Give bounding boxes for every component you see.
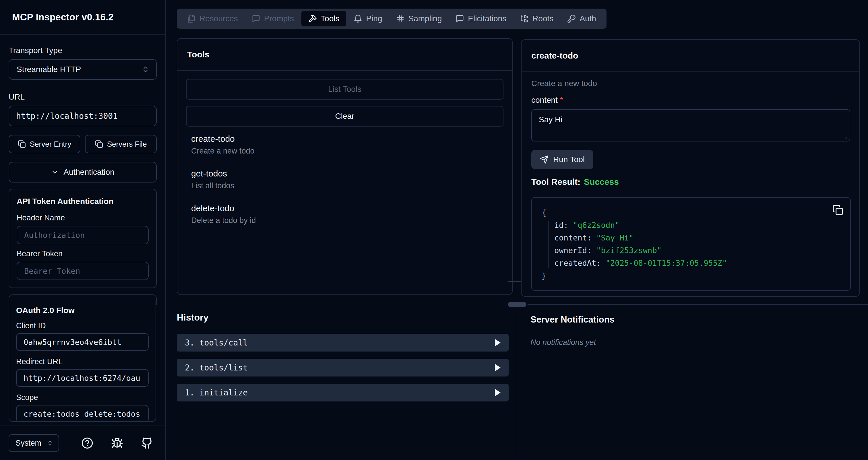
- tools-panel-title: Tools: [187, 50, 210, 59]
- bug-icon: [111, 437, 123, 449]
- sidebar: MCP Inspector v0.16.2 Transport Type Str…: [0, 0, 166, 460]
- tools-panel-header: Tools: [177, 39, 512, 71]
- api-token-auth-card: API Token Authentication Header Name Bea…: [9, 189, 157, 288]
- expand-arrow-icon: [495, 339, 501, 347]
- json-entry: ownerId: "bzif253zswnb": [554, 244, 842, 257]
- copy-icon: [832, 205, 843, 216]
- transport-type-select[interactable]: Streamable HTTP: [9, 59, 157, 80]
- send-icon: [540, 155, 549, 164]
- message-square-icon: [456, 14, 464, 23]
- header-name-input[interactable]: [17, 226, 149, 244]
- tool-detail-panel: create-todo Create a new todo content* S…: [521, 39, 860, 297]
- server-entry-button[interactable]: Server Entry: [9, 135, 81, 153]
- bearer-token-label: Bearer Token: [17, 250, 149, 258]
- message-square-icon: [252, 14, 260, 23]
- hammer-icon: [308, 14, 317, 23]
- transport-type-value: Streamable HTTP: [17, 65, 81, 74]
- transport-type-label: Transport Type: [9, 46, 157, 55]
- scope-input[interactable]: [16, 405, 149, 422]
- sidebar-connection-settings: Transport Type Streamable HTTP URL Serve…: [0, 35, 165, 305]
- chevron-down-icon: [51, 168, 59, 176]
- horizontal-divider: [528, 304, 868, 305]
- bell-icon: [353, 14, 362, 23]
- json-entry: createdAt: "2025-08-01T15:37:05.955Z": [554, 257, 842, 269]
- expand-arrow-icon: [495, 364, 501, 371]
- bearer-token-input[interactable]: [17, 262, 149, 280]
- client-id-label: Client ID: [16, 321, 149, 330]
- theme-select[interactable]: System: [9, 434, 59, 452]
- mcp-inspector-app: MCP Inspector v0.16.2 Transport Type Str…: [0, 0, 868, 460]
- scope-label: Scope: [16, 393, 149, 402]
- no-notifications-message: No notifications yet: [530, 338, 615, 347]
- header-name-label: Header Name: [17, 213, 149, 222]
- tab-roots[interactable]: Roots: [513, 9, 560, 29]
- files-icon: [187, 14, 196, 23]
- key-icon: [567, 14, 576, 23]
- github-button[interactable]: [141, 437, 153, 449]
- expand-arrow-icon: [495, 389, 501, 396]
- tool-result-json: { id: "q6z2sodn" content: "Say Hi" owner…: [531, 197, 851, 291]
- tool-result-label: Tool Result:: [531, 177, 580, 187]
- folder-tree-icon: [520, 14, 529, 23]
- redirect-url-input[interactable]: [16, 369, 149, 387]
- json-entry: id: "q6z2sodn": [554, 219, 842, 232]
- tool-list-item-delete-todo[interactable]: delete-todo Delete a todo by id: [191, 203, 498, 225]
- history-panel: History 3. tools/call 2. tools/list 1. i…: [177, 312, 508, 408]
- copy-json-button[interactable]: [832, 205, 843, 217]
- tab-ping[interactable]: Ping: [347, 9, 389, 29]
- json-entry: content: "Say Hi": [554, 232, 842, 244]
- tab-auth[interactable]: Auth: [560, 9, 603, 29]
- app-title: MCP Inspector v0.16.2: [12, 12, 114, 23]
- json-entries: id: "q6z2sodn" content: "Say Hi" ownerId…: [541, 219, 842, 269]
- copy-icon: [95, 140, 103, 148]
- tool-list: create-todo Create a new todo get-todos …: [186, 134, 503, 225]
- panel-resize-divider[interactable]: [516, 39, 516, 298]
- tab-elicitations[interactable]: Elicitations: [448, 9, 513, 29]
- oauth-flow-title: OAuth 2.0 Flow: [16, 306, 149, 315]
- tab-bar: Resources Prompts Tools Ping Sampling El…: [177, 9, 607, 29]
- github-icon: [141, 437, 153, 449]
- history-title: History: [177, 312, 508, 323]
- tool-result-row: Tool Result:Success: [531, 177, 850, 187]
- client-id-input[interactable]: [16, 333, 149, 351]
- json-open-brace: {: [541, 206, 842, 219]
- tool-detail-header: create-todo: [522, 40, 859, 72]
- tab-sampling[interactable]: Sampling: [389, 9, 449, 29]
- redirect-url-label: Redirect URL: [16, 357, 149, 366]
- history-item-tools-list[interactable]: 2. tools/list: [177, 359, 508, 376]
- authentication-toggle[interactable]: Authentication: [9, 162, 157, 183]
- tab-resources[interactable]: Resources: [180, 9, 245, 29]
- server-notifications-panel: Server Notifications No notifications ye…: [530, 315, 615, 347]
- copy-icon: [18, 140, 26, 148]
- json-close-brace: }: [541, 269, 842, 282]
- servers-file-button[interactable]: Servers File: [85, 135, 157, 153]
- content-field-label: content*: [531, 96, 850, 105]
- bottom-vertical-divider: [518, 305, 518, 460]
- url-input[interactable]: [9, 106, 157, 126]
- help-button[interactable]: [81, 437, 94, 449]
- required-marker: *: [560, 96, 563, 104]
- sidebar-header: MCP Inspector v0.16.2: [0, 0, 165, 35]
- server-notifications-title: Server Notifications: [530, 315, 615, 325]
- chevrons-up-down-icon: [142, 66, 149, 73]
- history-item-tools-call[interactable]: 3. tools/call: [177, 334, 508, 352]
- tab-tools[interactable]: Tools: [301, 11, 346, 26]
- horizontal-resize-handle[interactable]: [508, 302, 526, 307]
- oauth-flow-card: OAuth 2.0 Flow Client ID Redirect URL Sc…: [9, 300, 156, 422]
- tab-prompts[interactable]: Prompts: [245, 9, 301, 29]
- sidebar-footer: System: [0, 426, 165, 460]
- help-circle-icon: [81, 437, 93, 449]
- clear-tools-button[interactable]: Clear: [186, 106, 503, 127]
- tools-panel: Tools List Tools Clear create-todo Creat…: [177, 38, 513, 295]
- tool-list-item-create-todo[interactable]: create-todo Create a new todo: [191, 134, 498, 156]
- tool-detail-title: create-todo: [531, 51, 578, 61]
- tool-list-item-get-todos[interactable]: get-todos List all todos: [191, 169, 498, 190]
- run-tool-button[interactable]: Run Tool: [531, 150, 593, 169]
- list-tools-button[interactable]: List Tools: [186, 79, 503, 100]
- api-token-auth-title: API Token Authentication: [17, 197, 149, 206]
- theme-value: System: [16, 439, 41, 448]
- hash-icon: [396, 14, 405, 23]
- bug-report-button[interactable]: [111, 437, 123, 449]
- history-item-initialize[interactable]: 1. initialize: [177, 384, 508, 401]
- content-textarea[interactable]: Say Hi: [531, 109, 850, 141]
